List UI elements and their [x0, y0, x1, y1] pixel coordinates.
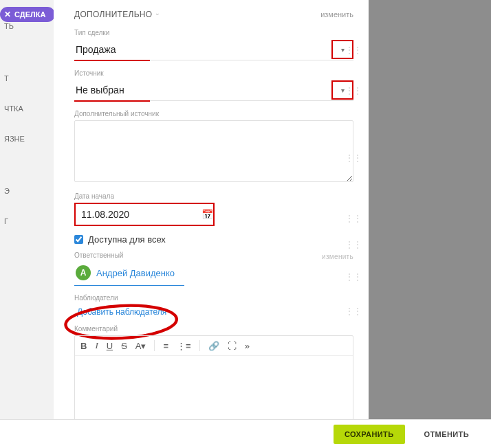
available-all-checkbox[interactable]: [74, 235, 83, 244]
available-all-label: Доступна для всех: [88, 234, 166, 245]
field-label: Ответственный: [74, 251, 123, 259]
sidebar-item[interactable]: ЧТКА: [4, 104, 54, 113]
sidebar-item[interactable]: Г: [4, 217, 54, 225]
fullscreen-button[interactable]: ⛶: [228, 341, 237, 351]
sidebar-item[interactable]: Э: [4, 187, 54, 195]
field-available-all: Доступна для всех ⋮⋮: [74, 234, 353, 245]
close-icon[interactable]: ✕: [4, 10, 11, 19]
field-responsible: Ответственный изменить А Андрей Давиденк…: [74, 251, 353, 286]
underline-button[interactable]: U: [107, 341, 113, 351]
save-button[interactable]: СОХРАНИТЬ: [334, 425, 405, 444]
drag-handle-icon[interactable]: ⋮⋮: [345, 214, 362, 223]
calendar-icon[interactable]: 📅: [201, 209, 213, 220]
chevron-icon[interactable]: ›: [154, 13, 161, 15]
font-color-button[interactable]: A▾: [135, 341, 146, 351]
sidebar-item[interactable]: Т: [4, 74, 54, 82]
more-tools-button[interactable]: »: [245, 341, 250, 351]
strikethrough-button[interactable]: S: [121, 341, 127, 351]
unordered-list-button[interactable]: ⋮≡: [177, 341, 191, 351]
cancel-button[interactable]: ОТМЕНИТЬ: [413, 425, 480, 444]
responsible-user[interactable]: А Андрей Давиденко: [74, 262, 184, 286]
drag-handle-icon[interactable]: ⋮⋮: [345, 153, 362, 163]
start-date-input-wrap[interactable]: 📅: [74, 203, 215, 226]
right-empty-area: [369, 0, 491, 419]
source-select[interactable]: [74, 80, 329, 100]
field-observers: Наблюдатели Добавить наблюдателя ⋮⋮: [74, 294, 353, 317]
deal-form-panel: ДОПОЛНИТЕЛЬНО › изменить Тип сделки ▾ ⋮⋮…: [54, 0, 369, 419]
deal-chip-label: СДЕЛКА: [14, 10, 45, 19]
left-sidebar: ✕ СДЕЛКА ТЬ Т ЧТКА ЯЗНЕ Э Г ⚙: [0, 0, 54, 448]
edit-section-link[interactable]: изменить: [320, 10, 353, 19]
comment-editor: B I U S A▾ ≡ ⋮≡ 🔗 ⛶ »: [74, 335, 353, 419]
ordered-list-button[interactable]: ≡: [163, 341, 168, 351]
field-label: Источник: [74, 69, 353, 77]
sidebar-item[interactable]: ТЬ: [4, 22, 54, 30]
bold-button[interactable]: B: [80, 341, 87, 351]
chevron-down-icon: ▾: [341, 87, 345, 94]
change-responsible-link[interactable]: изменить: [322, 253, 353, 260]
highlight-underline: [74, 100, 150, 102]
drag-handle-icon[interactable]: ⋮⋮: [345, 272, 362, 282]
user-name: Андрей Давиденко: [96, 268, 175, 278]
drag-handle-icon[interactable]: ⋮⋮: [345, 306, 362, 316]
sidebar-item[interactable]: ЯЗНЕ: [4, 135, 54, 143]
deal-chip[interactable]: ✕ СДЕЛКА: [0, 7, 54, 22]
highlight-underline: [74, 60, 150, 61]
field-label: Дата начала: [74, 192, 353, 200]
start-date-input[interactable]: [81, 209, 201, 220]
field-comment: Комментарий B I U S A▾ ≡ ⋮≡ 🔗 ⛶ »: [74, 325, 353, 419]
field-label: Комментарий: [74, 325, 353, 333]
avatar: А: [76, 265, 91, 280]
italic-button[interactable]: I: [95, 340, 98, 351]
field-additional-source: Дополнительный источник ⋮⋮: [74, 110, 353, 184]
field-deal-type: Тип сделки ▾ ⋮⋮: [74, 29, 353, 61]
panel-title: ДОПОЛНИТЕЛЬНО ›: [74, 10, 159, 19]
drag-handle-icon[interactable]: ⋮⋮: [345, 240, 362, 249]
footer-bar: СОХРАНИТЬ ОТМЕНИТЬ: [0, 419, 491, 448]
editor-toolbar: B I U S A▾ ≡ ⋮≡ 🔗 ⛶ »: [75, 336, 353, 356]
additional-source-textarea[interactable]: [74, 120, 353, 182]
chevron-down-icon: ▾: [341, 46, 345, 54]
field-label: Тип сделки: [74, 29, 353, 36]
add-observer-link[interactable]: Добавить наблюдателя: [74, 306, 169, 318]
comment-textarea[interactable]: [75, 356, 353, 419]
drag-handle-icon[interactable]: ⋮⋮: [345, 86, 362, 96]
link-button[interactable]: 🔗: [208, 341, 219, 351]
drag-handle-icon[interactable]: ⋮⋮: [345, 45, 362, 55]
field-label: Дополнительный источник: [74, 110, 353, 117]
field-label: Наблюдатели: [74, 294, 353, 302]
deal-type-select[interactable]: [74, 39, 329, 60]
field-start-date: Дата начала 📅 ⋮⋮: [74, 192, 353, 226]
field-source: Источник ▾ ⋮⋮: [74, 69, 353, 102]
